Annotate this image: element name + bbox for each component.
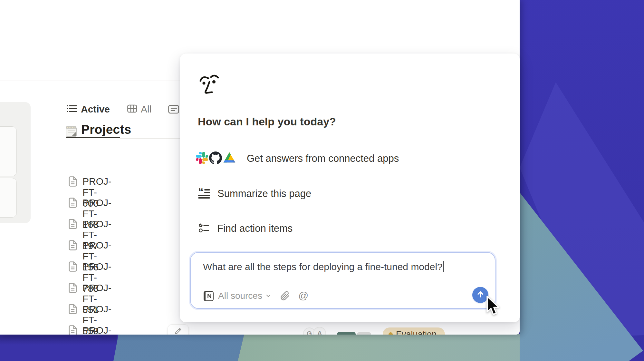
input-toolbar: All sources @ [204,289,308,303]
sources-selector[interactable]: All sources [218,291,262,301]
checklist-icon [198,222,210,235]
avatar[interactable]: A [313,327,326,335]
screenshot-root: Active All Projects PROJ-FT-600 PROJ-FT-… [0,0,644,361]
mention-button[interactable]: @ [298,290,308,302]
dialog-greeting: How can I help you today? [198,115,336,128]
sidebar-card [0,178,17,218]
list-view-icon [67,104,77,114]
left-sidebar-fragment [0,102,31,223]
project-row[interactable]: PROJ-FT-156 [68,240,78,252]
notion-ai-dialog: How can I help you today? Get answers fr… [180,54,520,322]
page-doc-icon [68,268,78,273]
github-icon [209,151,222,166]
edit-button[interactable] [168,324,189,335]
gallery-view-icon [168,109,179,115]
quote-icon: “ [198,188,210,199]
project-row-label: PROJ-FT-889 [82,325,111,335]
project-row[interactable]: PROJ-FT-889 [68,325,78,335]
wallpaper-bottom-indigo [0,334,117,361]
notion-logo-icon [204,291,214,301]
project-row[interactable]: PROJ-FT-788 [68,261,78,273]
project-row[interactable]: PROJ-FT-551 [68,282,78,295]
tab-all[interactable]: All [127,104,151,115]
tab-active[interactable]: Active [67,104,110,115]
table-view-icon [127,104,137,114]
progress-bar-filled [337,332,356,335]
prompt-text: What are all the steps for deploying a f… [203,261,444,272]
status-badge: Evaluation [383,327,445,335]
project-row[interactable]: PROJ-FT-559 [68,304,78,316]
chevron-down-icon[interactable] [266,293,271,299]
menu-item-label: Find action items [217,223,293,234]
tab-row-baseline [120,138,181,139]
connected-app-icons [196,151,236,166]
page-doc-icon [68,310,78,316]
sidebar-card [0,126,17,176]
notion-ai-face-icon [198,72,220,100]
page-doc-icon [68,182,78,188]
project-row[interactable]: PROJ-FT-600 [68,176,78,188]
page-doc-icon [68,331,78,335]
menu-item-connected-apps[interactable]: Get answers from connected apps [196,151,399,166]
up-arrow-icon [476,290,485,300]
google-drive-icon [223,152,236,165]
slack-icon [196,152,208,165]
project-row[interactable]: PROJ-FT-168 [68,197,78,210]
page-title: Projects [81,122,131,137]
avatar-initial: G [307,330,312,335]
tab-all-label: All [141,104,151,115]
pencil-icon [174,327,182,335]
avatar-initial: A [317,329,322,335]
menu-item-label: Summarize this page [217,188,311,200]
text-caret [443,261,444,272]
menu-item-summarize[interactable]: “ Summarize this page [198,186,311,201]
page-doc-icon [68,225,78,230]
menu-item-action-items[interactable]: Find action items [198,221,293,236]
page-doc-icon [68,289,78,294]
progress-bar-empty [357,332,371,335]
ai-prompt-input[interactable]: What are all the steps for deploying a f… [190,252,495,309]
menu-item-label: Get answers from connected apps [247,153,399,164]
attach-file-button[interactable] [280,291,290,301]
project-row[interactable]: PROJ-FT-197 [68,219,78,231]
badge-dot-icon [389,332,393,335]
notepad-icon [65,125,77,139]
tab-active-label: Active [81,104,110,115]
tab-gallery[interactable] [168,105,179,115]
page-doc-icon [68,204,78,209]
page-doc-icon [68,246,78,252]
badge-label: Evaluation [396,329,437,335]
mouse-cursor [485,295,500,318]
